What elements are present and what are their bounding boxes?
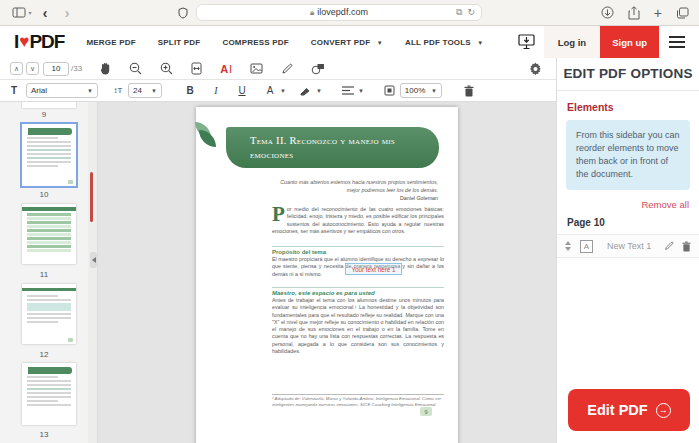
delete-element-icon[interactable] — [682, 241, 691, 252]
add-text-tool-icon[interactable]: AI — [220, 63, 232, 75]
page-title: Tema II. Reconozco y manejo mis emocione… — [250, 135, 395, 160]
arrow-right-icon: → — [656, 403, 671, 418]
nav-merge-pdf[interactable]: MERGE PDF — [86, 38, 135, 47]
chevron-down-icon: ▼ — [431, 88, 437, 94]
menu-hamburger-icon[interactable] — [659, 36, 695, 48]
text-element-icon: A — [580, 240, 593, 253]
page-number-badge: 9 — [420, 407, 432, 416]
chevron-down-icon[interactable]: ▼ — [358, 88, 364, 94]
translate-icon[interactable]: ⧉ — [456, 7, 462, 18]
heart-icon: ♥ — [19, 32, 28, 52]
chevron-down-icon: ▼ — [87, 88, 93, 94]
opacity-select[interactable]: 100%▼ — [400, 83, 442, 98]
quote-block: Cuanto más abiertos estemos hacia nuestr… — [263, 179, 438, 203]
elements-section-label: Elements — [567, 101, 699, 113]
inserted-text-box[interactable]: Your text here 1 — [345, 263, 402, 275]
pdf-page[interactable]: Tema II. Reconozco y manejo mis emocione… — [196, 107, 458, 443]
edit-element-icon[interactable] — [664, 241, 674, 251]
signup-button[interactable]: Sign up — [600, 26, 659, 58]
sidebar-collapse-icon[interactable] — [90, 252, 97, 268]
settings-gear-icon[interactable] — [529, 62, 542, 75]
nav-compress-pdf[interactable]: COMPRESS PDF — [222, 38, 288, 47]
thumbnail-label-9: 9 — [0, 110, 88, 119]
shapes-tool-icon[interactable] — [311, 63, 325, 75]
drag-handle-icon[interactable] — [565, 241, 571, 251]
bold-button[interactable]: B — [184, 85, 196, 96]
italic-button[interactable]: I — [210, 85, 222, 96]
text-type-icon: T — [8, 85, 20, 96]
footnote: ¹ Adaptado de: Valenzuela, Marco y Yolan… — [272, 394, 444, 408]
thumbnail-page-9[interactable] — [22, 102, 76, 108]
thumbnail-label-13: 13 — [0, 430, 88, 439]
chevron-down-icon: ▼ — [151, 88, 157, 94]
fit-page-icon[interactable] — [191, 62, 202, 75]
page-up-button[interactable]: ∧ — [10, 62, 23, 75]
heading-maestro: Maestro, este espacio es para usted — [272, 287, 444, 296]
tab-overview-icon[interactable] — [676, 7, 689, 19]
ilovepdf-logo[interactable]: I♥PDF — [14, 31, 64, 53]
chevron-down-icon[interactable]: ▼ — [280, 88, 286, 94]
thumbnail-page-11[interactable] — [22, 204, 76, 264]
privacy-shield-icon[interactable] — [178, 7, 188, 19]
browser-back-icon[interactable]: ‹ — [34, 5, 56, 21]
nav-convert-pdf[interactable]: CONVERT PDF ▼ — [311, 38, 383, 47]
thumbnail-label-11: 11 — [0, 270, 88, 279]
downloads-icon[interactable] — [601, 6, 614, 19]
sidebar-divider — [88, 102, 98, 443]
url-text: ilovepdf.com — [317, 7, 368, 17]
page-group-label: Page 10 — [567, 217, 699, 228]
new-tab-icon[interactable]: + — [654, 5, 662, 21]
logo-i: I — [14, 31, 18, 53]
paragraph-maestro: Antes de trabajar el tema con los alumno… — [272, 297, 444, 355]
underline-button[interactable]: U — [236, 85, 248, 96]
edit-options-sidebar: EDIT PDF OPTIONS Elements From this side… — [556, 58, 699, 443]
thumbnail-label-12: 12 — [0, 350, 88, 359]
dropcap: P — [272, 206, 285, 223]
remove-all-link[interactable]: Remove all — [557, 199, 689, 210]
element-list-item[interactable]: A New Text 1 — [557, 234, 699, 258]
site-navbar: I♥PDF MERGE PDF SPLIT PDF COMPRESS PDF C… — [0, 26, 699, 58]
text-color-button[interactable]: A — [264, 85, 276, 96]
browser-sidebar-icon[interactable]: ▾ — [10, 7, 34, 18]
zoom-out-icon[interactable] — [129, 62, 142, 75]
elements-info-box: From this sidebar you can reorder elemen… — [566, 120, 690, 190]
draw-pencil-icon[interactable] — [281, 63, 293, 75]
login-button[interactable]: Log in — [544, 26, 601, 58]
reload-icon[interactable]: ↻ — [467, 7, 475, 18]
zoom-in-icon[interactable] — [160, 62, 173, 75]
thumbnail-label-10: 10 — [0, 190, 88, 199]
chevron-down-icon[interactable]: ▼ — [316, 88, 322, 94]
edit-pdf-button[interactable]: Edit PDF → — [568, 389, 690, 431]
page-down-button[interactable]: ∨ — [26, 62, 39, 75]
font-size-icon: ↕T — [112, 86, 124, 95]
paragraph-intro: Por medio del reconocimiento de las cuat… — [272, 206, 444, 235]
page-number-input[interactable] — [43, 62, 69, 76]
lock-icon: 🔒︎ — [310, 8, 314, 17]
delete-trash-icon[interactable] — [464, 85, 476, 97]
highlight-color-button[interactable] — [300, 86, 312, 96]
browser-forward-icon[interactable]: › — [56, 5, 78, 21]
font-family-select[interactable]: Arial▼ — [26, 83, 98, 98]
add-image-icon[interactable] — [250, 63, 263, 74]
editor-toolbar-text-format: T Arial▼ ↕T 24▼ B I U A ▼ ▼ ▼ 100%▼ — [0, 80, 556, 102]
text-align-button[interactable] — [342, 86, 354, 95]
thumbnail-page-13[interactable] — [22, 363, 76, 425]
editor-toolbar-navigation: ∧ ∨ /33 AI — [0, 58, 556, 80]
share-icon[interactable] — [628, 6, 640, 20]
nav-all-pdf-tools[interactable]: ALL PDF TOOLS ▼ — [405, 38, 483, 47]
thumbnail-page-10[interactable] — [22, 124, 76, 186]
element-name: New Text 1 — [607, 241, 656, 251]
page-title-band: Tema II. Reconozco y manejo mis emocione… — [226, 127, 439, 168]
quote-author: Daniel Goleman — [263, 195, 438, 203]
nav-split-pdf[interactable]: SPLIT PDF — [158, 38, 201, 47]
document-canvas: Tema II. Reconozco y manejo mis emocione… — [98, 102, 556, 443]
font-size-select[interactable]: 24▼ — [128, 83, 162, 98]
desktop-app-icon[interactable] — [510, 26, 544, 58]
hand-tool-icon[interactable] — [100, 62, 111, 75]
thumbnail-scrollbar[interactable] — [90, 172, 93, 222]
chevron-down-icon: ▼ — [377, 40, 383, 46]
logo-pdf: PDF — [29, 31, 64, 53]
sidebar-title: EDIT PDF OPTIONS — [557, 58, 699, 81]
address-bar[interactable]: 🔒︎ilovepdf.com ⧉ ↻ — [196, 4, 482, 21]
thumbnail-page-12[interactable] — [22, 284, 76, 344]
